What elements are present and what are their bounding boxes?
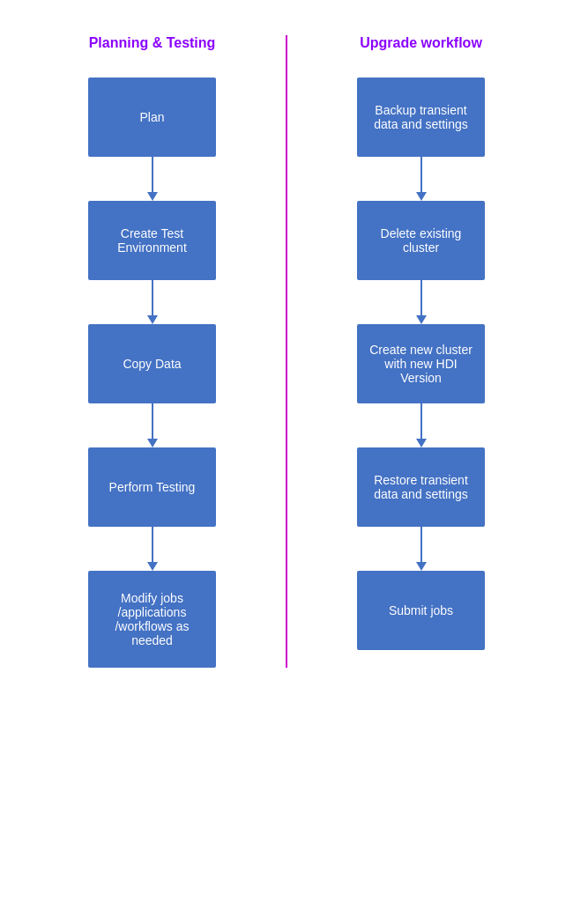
arrow-1-left [147, 157, 158, 201]
arrow-1-right [416, 157, 427, 201]
arrow-line [152, 157, 153, 192]
arrow-2-left [147, 280, 158, 324]
arrow-line [420, 403, 422, 439]
main-container: Planning & Testing Plan Create Test Envi… [0, 0, 573, 924]
right-column: Upgrade workflow Backup transient data a… [324, 35, 518, 668]
vertical-divider [286, 35, 287, 668]
arrow-4-left [147, 527, 158, 571]
box-create-test-env: Create Test Environment [88, 201, 216, 280]
arrow-head [147, 439, 158, 447]
box-copy-data: Copy Data [88, 324, 216, 403]
arrow-line [420, 527, 422, 562]
arrow-line [152, 527, 153, 562]
arrow-4-right [416, 527, 427, 571]
arrow-line [420, 157, 422, 192]
arrow-line [420, 280, 422, 315]
arrow-line [152, 403, 153, 439]
arrow-3-left [147, 403, 158, 447]
arrow-head [147, 562, 158, 571]
box-plan: Plan [88, 78, 216, 157]
left-column: Planning & Testing Plan Create Test Envi… [56, 35, 249, 668]
arrow-3-right [416, 403, 427, 447]
arrow-head [416, 315, 427, 324]
arrow-head [147, 315, 158, 324]
box-restore: Restore transient data and settings [357, 447, 485, 527]
arrow-head [416, 439, 427, 447]
arrow-2-right [416, 280, 427, 324]
box-modify-jobs: Modify jobs /applications /workflows as … [88, 571, 216, 668]
box-submit-jobs: Submit jobs [357, 571, 485, 650]
arrow-head [147, 192, 158, 201]
arrow-head [416, 192, 427, 201]
right-column-title: Upgrade workflow [360, 35, 482, 51]
arrow-line [152, 280, 153, 315]
box-perform-testing: Perform Testing [88, 447, 216, 527]
box-backup: Backup transient data and settings [357, 78, 485, 157]
box-create-new-cluster: Create new cluster with new HDI Version [357, 324, 485, 403]
left-column-title: Planning & Testing [89, 35, 216, 51]
arrow-head [416, 562, 427, 571]
box-delete-cluster: Delete existing cluster [357, 201, 485, 280]
columns-wrapper: Planning & Testing Plan Create Test Envi… [18, 35, 555, 668]
